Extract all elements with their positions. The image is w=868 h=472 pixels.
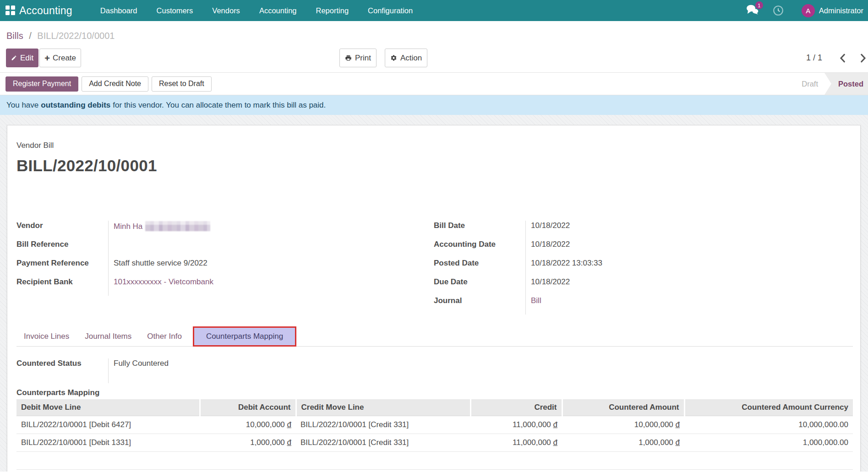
field-due-date: Due Date 10/18/2022 bbox=[434, 277, 851, 296]
control-panel: Edit + Create Print Action 1 / 1 bbox=[0, 44, 868, 72]
main-menu: Dashboard Customers Vendors Accounting R… bbox=[91, 0, 422, 21]
dong-currency-symbol: đ bbox=[287, 420, 291, 429]
create-button[interactable]: + Create bbox=[39, 49, 81, 67]
vendor-link[interactable]: Minh Ha bbox=[114, 222, 142, 231]
plus-icon: + bbox=[44, 54, 50, 63]
menu-customers[interactable]: Customers bbox=[147, 0, 203, 21]
apps-menu-icon[interactable] bbox=[5, 5, 16, 16]
fields-right-column: Bill Date 10/18/2022 Accounting Date 10/… bbox=[434, 221, 851, 315]
avatar[interactable]: A bbox=[802, 4, 815, 17]
col-debit-move-line[interactable]: Debit Move Line bbox=[16, 399, 200, 416]
field-posted-date: Posted Date 10/18/2022 13:03:33 bbox=[434, 258, 851, 277]
pencil-icon bbox=[11, 55, 17, 61]
field-bill-reference: Bill Reference bbox=[16, 239, 434, 258]
page-body: Vendor Bill BILL/2022/10/0001 Vendor Min… bbox=[0, 115, 868, 472]
col-credit[interactable]: Credit bbox=[470, 399, 562, 416]
col-credit-move-line[interactable]: Credit Move Line bbox=[296, 399, 470, 416]
reset-to-draft-button[interactable]: Reset to Draft bbox=[152, 76, 212, 92]
breadcrumb-separator: / bbox=[29, 31, 32, 41]
menu-accounting[interactable]: Accounting bbox=[250, 0, 306, 21]
fields-left-column: Vendor Minh Ha Bill Reference Payment Re… bbox=[16, 221, 434, 315]
breadcrumb-current: BILL/2022/10/0001 bbox=[37, 31, 115, 41]
status-posted[interactable]: Posted bbox=[824, 73, 868, 95]
field-accounting-date: Accounting Date 10/18/2022 bbox=[434, 239, 851, 258]
table-empty-row bbox=[16, 451, 853, 469]
counterparts-mapping-title: Counterparts Mapping bbox=[16, 388, 853, 397]
table-row[interactable]: BILL/2022/10/0001 [Debit 1331] 1,000,000… bbox=[16, 434, 853, 451]
status-draft[interactable]: Draft bbox=[802, 80, 824, 88]
bill-form-card: Vendor Bill BILL/2022/10/0001 Vendor Min… bbox=[7, 125, 861, 472]
tab-counterparts-mapping[interactable]: Counterparts Mapping bbox=[193, 326, 296, 347]
breadcrumb-bills[interactable]: Bills bbox=[6, 31, 23, 41]
counterparts-mapping-table: Debit Move Line Debit Account Credit Mov… bbox=[16, 399, 853, 470]
dong-currency-symbol: đ bbox=[553, 438, 557, 447]
dong-currency-symbol: đ bbox=[676, 438, 680, 447]
tab-journal-items[interactable]: Journal Items bbox=[77, 326, 139, 346]
col-countered-amount[interactable]: Countered Amount bbox=[562, 399, 684, 416]
user-name[interactable]: Administrator bbox=[819, 6, 863, 15]
field-journal: Journal Bill bbox=[434, 296, 851, 315]
pager-next-icon[interactable] bbox=[861, 54, 866, 63]
field-payment-reference: Payment Reference Staff shuttle service … bbox=[16, 258, 434, 277]
dong-currency-symbol: đ bbox=[287, 438, 291, 447]
recipient-bank-link[interactable]: 101xxxxxxxxx - Vietcombank bbox=[114, 277, 213, 286]
document-type-label: Vendor Bill bbox=[16, 141, 853, 150]
dong-currency-symbol: đ bbox=[676, 420, 680, 429]
gear-icon bbox=[390, 54, 397, 61]
col-countered-amount-currency[interactable]: Countered Amount Currency bbox=[684, 399, 853, 416]
messages-button[interactable]: 1 bbox=[746, 5, 759, 16]
top-navbar: Accounting Dashboard Customers Vendors A… bbox=[0, 0, 868, 21]
clock-icon bbox=[772, 5, 784, 16]
app-title[interactable]: Accounting bbox=[19, 5, 72, 17]
col-debit-account[interactable]: Debit Account bbox=[200, 399, 296, 416]
table-row[interactable]: BILL/2022/10/0001 [Debit 6427] 10,000,00… bbox=[16, 416, 853, 434]
document-name: BILL/2022/10/0001 bbox=[16, 157, 853, 175]
field-bill-date: Bill Date 10/18/2022 bbox=[434, 221, 851, 239]
countered-status-row: Countered Status Fully Countered bbox=[16, 358, 853, 383]
print-button[interactable]: Print bbox=[339, 49, 377, 67]
info-banner: You haveoutstanding debitsfor this vendo… bbox=[0, 95, 868, 115]
menu-configuration[interactable]: Configuration bbox=[358, 0, 422, 21]
register-payment-button[interactable]: Register Payment bbox=[5, 76, 78, 92]
messages-count-badge: 1 bbox=[755, 1, 763, 9]
journal-link[interactable]: Bill bbox=[531, 296, 541, 305]
add-credit-note-button[interactable]: Add Credit Note bbox=[82, 76, 148, 92]
printer-icon bbox=[345, 54, 352, 61]
field-vendor: Vendor Minh Ha bbox=[16, 221, 434, 239]
tab-other-info[interactable]: Other Info bbox=[140, 326, 189, 346]
pager-value: 1 / 1 bbox=[806, 53, 822, 63]
redacted-vendor-name bbox=[145, 221, 210, 231]
action-button[interactable]: Action bbox=[385, 49, 427, 67]
pager-previous-icon[interactable] bbox=[840, 54, 845, 63]
status-widget: Draft Posted bbox=[802, 73, 868, 95]
menu-reporting[interactable]: Reporting bbox=[306, 0, 359, 21]
statusbar: Register Payment Add Credit Note Reset t… bbox=[0, 72, 868, 95]
menu-dashboard[interactable]: Dashboard bbox=[91, 0, 147, 21]
table-header-row: Debit Move Line Debit Account Credit Mov… bbox=[16, 399, 853, 416]
tab-invoice-lines[interactable]: Invoice Lines bbox=[16, 326, 76, 346]
menu-vendors[interactable]: Vendors bbox=[202, 0, 250, 21]
notebook-tabs: Invoice Lines Journal Items Other Info C… bbox=[16, 326, 853, 347]
activities-button[interactable] bbox=[772, 5, 784, 16]
field-recipient-bank: Recipient Bank 101xxxxxxxxx - Vietcomban… bbox=[16, 277, 434, 296]
breadcrumb: Bills / BILL/2022/10/0001 bbox=[0, 21, 868, 44]
edit-button[interactable]: Edit bbox=[6, 49, 38, 67]
dong-currency-symbol: đ bbox=[553, 420, 557, 429]
